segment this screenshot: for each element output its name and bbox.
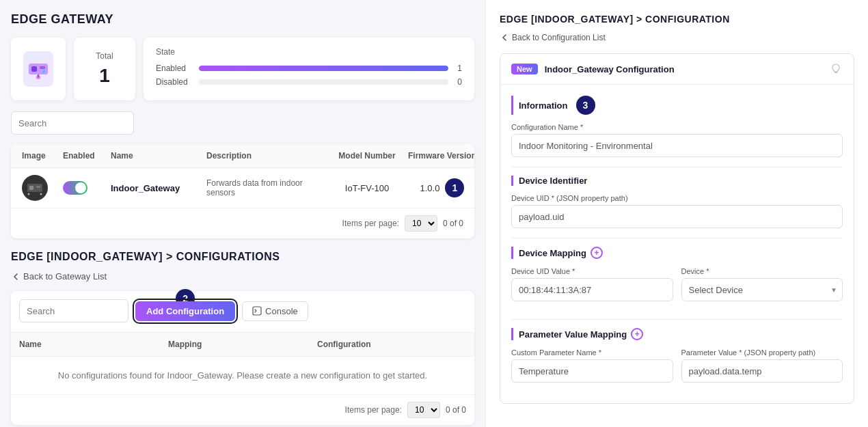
right-panel: EDGE [INDOOR_GATEWAY] > CONFIGURATION Ba… xyxy=(485,0,868,427)
device-toggle[interactable] xyxy=(63,181,111,195)
custom-param-input[interactable] xyxy=(511,359,673,383)
right-panel-title: EDGE [INDOOR_GATEWAY] > CONFIGURATION xyxy=(500,14,854,25)
device-uid-value-input[interactable] xyxy=(511,278,673,301)
add-config-wrapper: 2 Add Configuration xyxy=(135,301,235,321)
config-form-actions xyxy=(829,62,843,76)
config-section-title: EDGE [INDOOR_GATEWAY] > CONFIGURATIONS xyxy=(11,251,474,263)
device-select[interactable]: Select Device xyxy=(681,278,843,301)
console-label: Console xyxy=(265,306,298,316)
device-mapping-section: Device Mapping + xyxy=(511,247,843,259)
search-input[interactable] xyxy=(11,111,134,135)
enabled-bar-container xyxy=(199,66,448,71)
gateway-table: Image Enabled Name Description Model Num… xyxy=(11,144,474,238)
config-search-input[interactable] xyxy=(19,299,128,322)
table-row: Indoor_Gateway Forwards data from indoor… xyxy=(11,168,474,208)
total-value: 1 xyxy=(99,65,110,87)
device-id-label: Device Identifier xyxy=(519,176,587,186)
disabled-bar-container xyxy=(199,79,448,85)
device-uid-value-label: Device UID Value * xyxy=(511,267,673,275)
col-fw: Firmware Version xyxy=(405,151,474,161)
table-header: Image Enabled Name Description Model Num… xyxy=(11,144,474,168)
device-mapping-fields: Device UID Value * Device * Select Devic… xyxy=(511,267,843,311)
config-col-configuration: Configuration xyxy=(317,340,466,349)
device-uid-value-field: Device UID Value * xyxy=(511,267,673,301)
config-items-per-page-label: Items per page: xyxy=(345,405,402,415)
config-form-title: Indoor_Gateway Configuration xyxy=(545,64,675,74)
svg-rect-1 xyxy=(31,66,37,72)
param-mapping-label: Parameter Value Mapping xyxy=(519,329,627,340)
enabled-row: Enabled 1 xyxy=(156,64,462,73)
device-label: Device * xyxy=(681,267,843,275)
lightbulb-icon[interactable] xyxy=(829,62,843,76)
config-name-field: Configuration Name * xyxy=(511,123,843,157)
state-card: State Enabled 1 Disabled 0 xyxy=(144,38,474,100)
device-field: Device * Select Device ▼ xyxy=(681,267,843,301)
col-model: Model Number xyxy=(329,151,405,161)
back-gateway-link[interactable]: Back to Gateway List xyxy=(11,271,474,281)
back-gateway-label: Back to Gateway List xyxy=(23,271,107,281)
config-per-page-select[interactable]: 10 xyxy=(407,402,440,418)
console-button[interactable]: Console xyxy=(242,301,308,321)
device-image xyxy=(22,175,63,201)
add-param-mapping-icon[interactable]: + xyxy=(631,328,643,340)
col-image: Image xyxy=(22,151,63,161)
svg-rect-8 xyxy=(36,186,40,188)
state-title: State xyxy=(156,47,462,57)
step3-badge: 3 xyxy=(576,96,595,115)
col-name: Name xyxy=(111,151,206,161)
add-configuration-button[interactable]: Add Configuration xyxy=(135,301,235,321)
pagination: Items per page: 10 0 of 0 xyxy=(11,208,474,238)
device-select-wrapper: Select Device ▼ xyxy=(681,278,843,301)
svg-rect-7 xyxy=(29,186,33,190)
config-page-count: 0 of 0 xyxy=(446,405,466,415)
per-page-select[interactable]: 10 xyxy=(405,215,437,232)
total-card: Total 1 xyxy=(74,38,135,100)
config-pagination: Items per page: 10 0 of 0 xyxy=(11,394,474,425)
enabled-count: 1 xyxy=(454,64,462,73)
info-section-label: Information xyxy=(519,100,568,111)
param-value-field: Parameter Value * (JSON property path) xyxy=(681,348,843,383)
info-section: Information 3 xyxy=(511,96,843,115)
total-label: Total xyxy=(96,51,113,61)
back-config-list-link[interactable]: Back to Configuration List xyxy=(500,33,854,42)
gateway-icon-card xyxy=(11,38,66,100)
config-table-card: 2 Add Configuration Console Name Mapping… xyxy=(11,291,474,425)
gateway-icon xyxy=(23,51,53,87)
config-empty-message: No configurations found for Indoor_Gatew… xyxy=(11,357,474,394)
form-body: Information 3 Configuration Name * Devic… xyxy=(500,85,854,403)
config-toolbar: 2 Add Configuration Console xyxy=(11,291,474,322)
step1-badge: 1 xyxy=(445,178,464,197)
config-form-header: New Indoor_Gateway Configuration xyxy=(500,54,854,85)
svg-rect-12 xyxy=(835,72,837,73)
svg-rect-2 xyxy=(40,66,45,69)
items-per-page-label: Items per page: xyxy=(342,219,399,228)
svg-point-10 xyxy=(40,193,42,195)
device-uid-label: Device UID * (JSON property path) xyxy=(511,194,843,202)
config-name-label: Configuration Name * xyxy=(511,123,843,131)
param-value-label: Parameter Value * (JSON property path) xyxy=(681,348,843,357)
svg-point-9 xyxy=(28,193,30,195)
new-badge: New xyxy=(511,64,538,74)
disabled-row: Disabled 0 xyxy=(156,77,462,87)
config-form-card: New Indoor_Gateway Configuration Informa… xyxy=(500,53,854,404)
page-title: EDGE GATEWAY xyxy=(11,12,474,27)
config-name-input[interactable] xyxy=(511,134,843,157)
device-uid-input[interactable] xyxy=(511,205,843,228)
disabled-label: Disabled xyxy=(156,77,193,87)
device-name: Indoor_Gateway xyxy=(111,183,206,193)
model-number: IoT-FV-100 xyxy=(329,183,405,193)
disabled-count: 0 xyxy=(454,77,462,87)
config-col-mapping: Mapping xyxy=(168,340,317,349)
param-value-input[interactable] xyxy=(681,359,843,383)
col-desc: Description xyxy=(206,151,329,161)
param-mapping-fields: Custom Parameter Name * Parameter Value … xyxy=(511,348,843,392)
device-mapping-label: Device Mapping xyxy=(519,248,586,258)
config-col-name: Name xyxy=(19,340,168,349)
device-uid-field: Device UID * (JSON property path) xyxy=(511,194,843,228)
add-device-mapping-icon[interactable]: + xyxy=(591,247,603,259)
device-img xyxy=(22,175,48,201)
svg-rect-11 xyxy=(253,307,261,315)
configurations-section: EDGE [INDOOR_GATEWAY] > CONFIGURATIONS B… xyxy=(11,251,474,425)
config-table-header: Name Mapping Configuration xyxy=(11,332,474,357)
enabled-label: Enabled xyxy=(156,64,193,73)
